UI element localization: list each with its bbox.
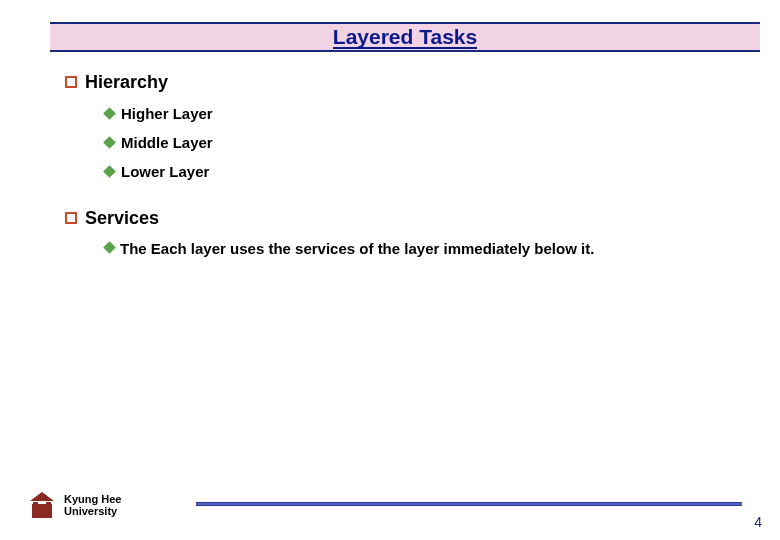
kyunghee-crest-icon <box>28 492 56 518</box>
section-heading: Services <box>85 208 159 229</box>
diamond-bullet-icon <box>103 241 116 254</box>
section-items: The Each layer uses the services of the … <box>105 239 720 259</box>
diamond-bullet-icon <box>103 136 116 149</box>
slide-content: Hierarchy Higher Layer Middle Layer Lowe… <box>65 72 720 287</box>
slide-title: Layered Tasks <box>333 26 477 49</box>
section-heading: Hierarchy <box>85 72 168 93</box>
footer-divider <box>196 502 742 506</box>
slide: Layered Tasks Hierarchy Higher Layer Mid… <box>0 0 780 540</box>
square-bullet-icon <box>65 212 77 224</box>
section-heading-row: Services <box>65 208 720 229</box>
list-item-text: Middle Layer <box>121 134 213 151</box>
section-heading-row: Hierarchy <box>65 72 720 93</box>
title-band: Layered Tasks <box>50 22 760 52</box>
diamond-bullet-icon <box>103 107 116 120</box>
university-name-line2: University <box>64 505 121 517</box>
list-item: The Each layer uses the services of the … <box>105 239 645 259</box>
list-item-text: Lower Layer <box>121 163 209 180</box>
page-number: 4 <box>754 514 762 530</box>
list-item-text: Higher Layer <box>121 105 213 122</box>
section-items: Higher Layer Middle Layer Lower Layer <box>105 105 720 180</box>
list-item: Higher Layer <box>105 105 720 122</box>
square-bullet-icon <box>65 76 77 88</box>
list-item-text: The Each layer uses the services of the … <box>120 240 594 257</box>
list-item: Middle Layer <box>105 134 720 151</box>
footer-affiliation: Kyung Hee University <box>28 492 121 518</box>
list-item: Lower Layer <box>105 163 720 180</box>
university-name-line1: Kyung Hee <box>64 493 121 505</box>
diamond-bullet-icon <box>103 165 116 178</box>
university-name: Kyung Hee University <box>64 493 121 517</box>
